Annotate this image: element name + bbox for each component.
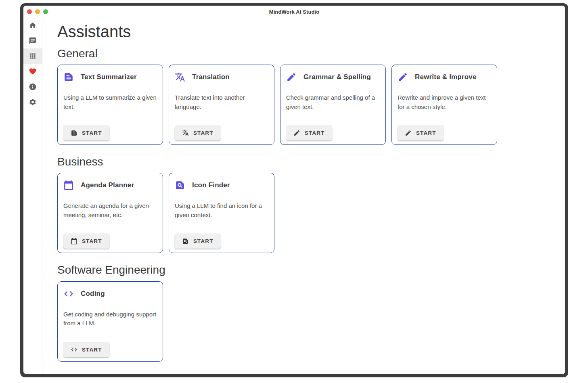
start-button[interactable]: START xyxy=(398,126,444,140)
heart-icon xyxy=(29,67,37,75)
window-title: MindWork AI Studio xyxy=(269,9,320,15)
translate-icon xyxy=(175,72,185,82)
start-button-label: START xyxy=(82,347,102,353)
icon-search-icon xyxy=(175,180,185,190)
app-window-inner: MindWork AI Studio Assistants General Te… xyxy=(23,6,565,374)
assistant-card-translation: Translation Translate text into another … xyxy=(169,65,274,145)
calendar-icon xyxy=(63,180,74,190)
pencil-icon xyxy=(293,130,300,136)
sidebar-item-supporters[interactable] xyxy=(23,64,42,79)
calendar-icon xyxy=(71,238,77,245)
title-bar: MindWork AI Studio xyxy=(23,6,565,18)
start-button[interactable]: START xyxy=(286,126,332,140)
card-description: Translate text into another language. xyxy=(175,93,268,111)
main-content: Assistants General Text Summarizer Using… xyxy=(42,18,565,374)
card-header: Rewrite & Improve xyxy=(398,71,491,83)
code-icon xyxy=(71,346,77,353)
card-description: Using a LLM to summarize a given text. xyxy=(63,93,157,111)
pencil-icon xyxy=(293,130,300,136)
info-icon xyxy=(29,83,37,91)
icon-search-icon xyxy=(175,180,185,190)
sidebar-item-home[interactable] xyxy=(23,18,42,33)
page-title: Assistants xyxy=(57,22,557,41)
assistant-card-icon-finder: Icon Finder Using a LLM to find an icon … xyxy=(169,173,274,253)
traffic-light-close-button[interactable] xyxy=(27,9,32,14)
assistant-card-agenda-planner: Agenda Planner Generate an agenda for a … xyxy=(57,173,163,253)
card-title: Translation xyxy=(192,73,230,81)
icon-search-icon xyxy=(182,238,189,245)
card-title: Text Summarizer xyxy=(81,73,137,81)
card-row: Agenda Planner Generate an agenda for a … xyxy=(57,173,557,253)
section-heading: General xyxy=(57,47,557,60)
translate-icon xyxy=(182,130,189,136)
card-description: Get coding and debugging support from a … xyxy=(63,310,157,328)
card-title: Grammar & Spelling xyxy=(303,73,371,81)
start-button-label: START xyxy=(82,238,102,244)
sidebar-item-chat[interactable] xyxy=(23,33,42,48)
start-button[interactable]: START xyxy=(175,234,221,249)
assistant-card-rewrite-improve: Rewrite & Improve Rewrite and improve a … xyxy=(391,65,497,145)
section-general: General Text Summarizer Using a LLM to s… xyxy=(57,47,557,145)
assistant-sections: General Text Summarizer Using a LLM to s… xyxy=(57,47,557,362)
card-header: Coding xyxy=(63,288,157,299)
pencil-icon xyxy=(398,72,408,82)
sidebar-item-assistants[interactable] xyxy=(23,48,42,64)
start-button-label: START xyxy=(305,130,325,136)
card-title: Icon Finder xyxy=(192,181,230,189)
text-snippet-icon xyxy=(71,130,77,136)
window-body: Assistants General Text Summarizer Using… xyxy=(23,18,565,374)
card-description: Rewrite and improve a given text for a c… xyxy=(398,93,491,111)
card-description: Check grammar and spelling of a given te… xyxy=(286,93,380,111)
pencil-icon xyxy=(405,130,412,136)
section-business: Business Agenda Planner Generate an agen… xyxy=(57,155,557,253)
card-header: Icon Finder xyxy=(175,180,268,191)
pencil-icon xyxy=(405,130,412,136)
apps-grid-icon xyxy=(29,52,37,60)
card-header: Grammar & Spelling xyxy=(286,71,380,83)
calendar-icon xyxy=(63,180,74,190)
pencil-icon xyxy=(286,72,297,82)
traffic-lights xyxy=(27,9,48,14)
app-window: MindWork AI Studio Assistants General Te… xyxy=(20,3,568,377)
card-description: Using a LLM to find an icon for a given … xyxy=(175,201,268,220)
assistant-card-grammar-spelling: Grammar & Spelling Check grammar and spe… xyxy=(280,65,386,145)
start-button-label: START xyxy=(193,130,213,136)
chat-icon xyxy=(29,37,37,45)
pencil-icon xyxy=(286,72,297,82)
start-button[interactable]: START xyxy=(63,342,109,357)
assistant-card-coding: Coding Get coding and debugging support … xyxy=(57,281,163,362)
translate-icon xyxy=(175,72,185,82)
calendar-icon xyxy=(71,238,77,245)
start-button[interactable]: START xyxy=(175,126,221,140)
card-title: Rewrite & Improve xyxy=(415,73,477,81)
start-button-label: START xyxy=(193,238,213,244)
card-title: Agenda Planner xyxy=(81,181,134,189)
text-snippet-icon xyxy=(63,72,74,82)
text-snippet-icon xyxy=(63,72,74,82)
card-header: Agenda Planner xyxy=(63,180,157,191)
traffic-light-zoom-button[interactable] xyxy=(43,9,48,14)
code-icon xyxy=(71,346,77,353)
sidebar-nav xyxy=(23,18,42,374)
gear-icon xyxy=(29,98,37,106)
assistant-card-text-summarizer: Text Summarizer Using a LLM to summarize… xyxy=(57,65,163,145)
translate-icon xyxy=(182,130,189,136)
code-icon xyxy=(63,289,74,299)
start-button[interactable]: START xyxy=(63,234,109,249)
text-snippet-icon xyxy=(71,130,77,136)
sidebar-item-settings[interactable] xyxy=(23,94,42,110)
traffic-light-minimize-button[interactable] xyxy=(35,9,40,14)
start-button-label: START xyxy=(82,130,102,136)
card-row: Text Summarizer Using a LLM to summarize… xyxy=(57,65,557,145)
card-header: Translation xyxy=(175,71,268,83)
pencil-icon xyxy=(398,72,408,82)
sidebar-item-about[interactable] xyxy=(23,79,42,94)
start-button-label: START xyxy=(416,130,436,136)
icon-search-icon xyxy=(182,238,189,245)
start-button[interactable]: START xyxy=(63,126,109,140)
section-software-engineering: Software Engineering Coding Get coding a… xyxy=(57,264,557,361)
card-header: Text Summarizer xyxy=(63,71,157,83)
code-icon xyxy=(63,289,74,299)
card-row: Coding Get coding and debugging support … xyxy=(57,281,557,362)
section-heading: Business xyxy=(57,155,557,168)
